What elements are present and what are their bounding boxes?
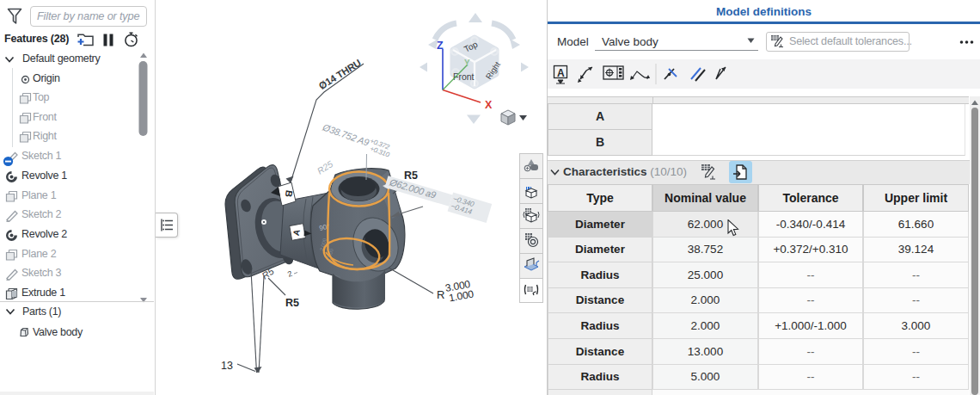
svg-text:A: A [557, 67, 565, 79]
svg-text:R25: R25 [315, 158, 335, 176]
svg-text:Ø38.752 A9: Ø38.752 A9 [321, 121, 371, 147]
svg-text:Ø14 THRU: Ø14 THRU [317, 58, 363, 91]
svg-text:R: R [437, 288, 444, 301]
svg-text:X: X [485, 99, 493, 111]
svg-text:R5: R5 [285, 297, 299, 309]
svg-text:Y: Y [464, 59, 470, 68]
svg-text:13: 13 [221, 360, 233, 372]
svg-text:Z: Z [437, 40, 444, 52]
svg-text:2: 2 [286, 269, 293, 279]
svg-text:R5: R5 [404, 170, 418, 182]
